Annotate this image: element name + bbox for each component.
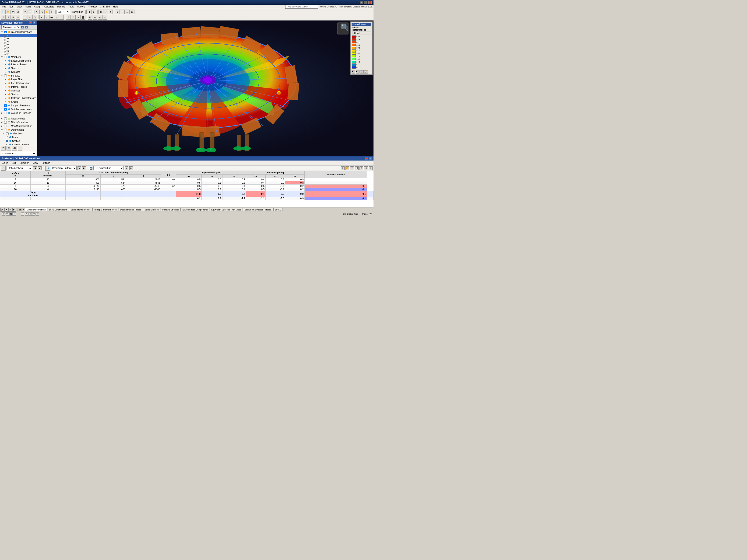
menu-tools[interactable]: Tools — [67, 5, 75, 8]
tb-view-3d[interactable]: 3 — [16, 15, 20, 20]
dt-lc-prev[interactable]: ◀ — [125, 166, 128, 170]
tb-save[interactable]: 💾 — [11, 9, 16, 14]
radio-u-abs[interactable] — [4, 34, 6, 37]
menu-insert[interactable]: Insert — [24, 5, 32, 8]
expand-surfaces[interactable]: ▼ — [1, 75, 4, 77]
legend-btn-2[interactable]: ▶ — [356, 70, 360, 74]
expand-dist-loads[interactable]: ▼ — [1, 108, 4, 110]
legend-btn-3[interactable]: 🔒 — [360, 70, 364, 74]
expand-values-surfaces[interactable]: ▶ — [1, 112, 4, 114]
analysis-type-select[interactable]: Static Analysis — [1, 25, 20, 29]
tb-print[interactable]: 🖨 — [16, 9, 20, 14]
dp-selection[interactable]: Selection — [19, 161, 30, 164]
tb-node-disp[interactable]: ⊕ — [115, 9, 120, 14]
st-icon-4[interactable]: ▽ — [32, 212, 35, 216]
tb-rotate[interactable]: ↻ — [49, 9, 54, 14]
expand-surf-strains[interactable]: ▶ — [5, 93, 7, 96]
dt-export-btn[interactable]: 💾 — [355, 166, 359, 170]
dt-print-btn[interactable]: 🖨 — [360, 166, 363, 170]
nav-icon-4[interactable]: ↕ — [18, 146, 22, 151]
expand-layer-side[interactable]: ▶ — [5, 78, 7, 80]
check-maxmin-info[interactable] — [4, 125, 7, 127]
nav-item-phiz[interactable]: φz — [0, 52, 37, 55]
dp-settings[interactable]: Settings — [41, 161, 51, 164]
expand-isotropic[interactable]: ▶ — [5, 97, 7, 99]
expand-title-info[interactable]: ▶ — [1, 121, 4, 124]
tb-render[interactable]: ▦ — [98, 9, 103, 14]
status-icon-4[interactable]: ↕ — [13, 212, 16, 216]
nav-item-layer-side[interactable]: ▶ 🔶 Layer Side — [0, 77, 37, 81]
table-row-3[interactable]: 1 4 -2143 426 -4746 φz 0.5 0.0 0.1 0.5 -… — [0, 185, 374, 188]
expand-shape[interactable]: ▶ — [5, 101, 7, 103]
nav-item-uz[interactable]: uz — [0, 43, 37, 46]
expand-support-reactions[interactable]: ▼ — [1, 104, 4, 107]
check-surfaces[interactable] — [4, 75, 7, 77]
table-row-4[interactable]: 16 4 2143 426 -4746 0.5 0.1 0.1 0.5 -0.7… — [0, 188, 374, 191]
dt-results-icon[interactable]: 📊 — [45, 166, 50, 170]
tab-principal-internal-forces[interactable]: Principal Internal Forces — [93, 208, 118, 211]
page-first[interactable]: |◀ — [0, 208, 4, 212]
tb-show-loads[interactable]: ↓ — [54, 15, 59, 20]
menu-assign[interactable]: Assign — [33, 5, 43, 8]
navigation-cube[interactable]: Z+ Y + — [336, 22, 350, 35]
tb-zoom[interactable]: 🔍 — [40, 9, 44, 14]
tb-results[interactable]: R — [66, 15, 71, 20]
radio-ux[interactable] — [4, 37, 6, 40]
tab-global-deformations[interactable]: Global Deformations — [25, 208, 47, 211]
tb-zoom-fit[interactable]: ⊡ — [32, 15, 37, 20]
st-icon-2[interactable]: ✎ — [25, 212, 28, 216]
tb-isolines[interactable]: ≡ — [76, 15, 80, 20]
tb-prev-lc[interactable]: ◀ — [86, 9, 91, 14]
expand-surf-stresses[interactable]: ▶ — [5, 89, 7, 92]
load-case-dt-select[interactable]: LC1 Vlastní tíha — [93, 166, 124, 170]
tb-wire[interactable]: ⬡ — [103, 9, 108, 14]
keyword-search[interactable] — [285, 5, 318, 9]
load-case-select[interactable]: G LC1 — [56, 10, 70, 14]
nav-item-shape[interactable]: ▶ 🔶 Shape — [0, 100, 37, 104]
dt-results-next[interactable]: ▶ — [82, 166, 86, 170]
radio-phiz[interactable] — [4, 53, 6, 55]
tab-equiv-von-mises[interactable]: Equivalent Stresses - von Mises — [210, 208, 243, 211]
nav-item-internal-forces[interactable]: ▶ 🔷 Internal Forces — [0, 62, 37, 66]
dt-results-prev[interactable]: ◀ — [77, 166, 81, 170]
radio-def-section[interactable] — [6, 140, 8, 142]
check-members[interactable] — [4, 56, 7, 58]
st-icon-3[interactable]: ⊕ — [28, 212, 32, 216]
nav-icon-3[interactable]: 🎥 — [12, 146, 17, 151]
nav-item-result-values[interactable]: ▶ 📊 Result Values — [0, 117, 37, 121]
tab-elastic-stress[interactable]: Elastic Stress Components — [181, 208, 209, 211]
tb-view-top[interactable]: T — [1, 15, 6, 20]
radio-phix[interactable] — [4, 47, 6, 49]
status-icon-3[interactable]: 🎥 — [9, 212, 12, 216]
dt-help-btn[interactable]: ? — [369, 166, 372, 170]
nav-item-isotropic[interactable]: ▶ 🔶 Isotropic Characteristics — [0, 96, 37, 100]
nav-item-strains[interactable]: ▶ 🔷 Strains — [0, 66, 37, 70]
tb-zoom-out[interactable]: − — [28, 15, 32, 20]
expand-strains[interactable]: ▶ — [5, 67, 7, 69]
analysis-select[interactable]: Static Analysis — [6, 166, 32, 170]
tab-basic-internal-forces[interactable]: Basic Internal Forces — [69, 208, 92, 211]
radio-uz[interactable] — [4, 44, 6, 46]
expand-surf-int-forces[interactable]: ▶ — [5, 86, 7, 88]
radio-def-lines[interactable] — [6, 136, 8, 138]
menu-help[interactable]: Help — [112, 5, 120, 8]
legend-btn-4[interactable]: 📋 — [364, 70, 368, 74]
status-icon-2[interactable]: 👁 — [6, 212, 9, 216]
nav-item-global-deformations[interactable]: ▼ 🔶 Global Deformations — [0, 30, 37, 34]
expand-def-section-colored[interactable]: ▶ — [6, 143, 8, 145]
status-icon-1[interactable]: 🖼 — [2, 212, 5, 216]
expand-maxmin-info[interactable]: ▶ — [1, 125, 4, 127]
nav-item-members[interactable]: ▼ 🔷 Members — [0, 55, 37, 59]
nav-item-u-abs[interactable]: |u| — [0, 34, 37, 37]
menu-window[interactable]: Window — [87, 5, 98, 8]
menu-cad-bim[interactable]: CAD-BIM — [99, 5, 111, 8]
tb-show-lines[interactable]: ╱ — [44, 15, 49, 20]
close-button[interactable]: × — [368, 1, 371, 4]
tb-new[interactable]: 📄 — [1, 9, 6, 14]
nav-item-maxmin-info[interactable]: ▶ 📋 Max/Min Information — [0, 124, 37, 128]
nav-item-def-lines[interactable]: 🔷 Lines — [0, 135, 37, 139]
nav-item-deformation[interactable]: ▼ 🔶 Deformation — [0, 128, 37, 132]
nav-item-phix[interactable]: φx — [0, 46, 37, 49]
expand-global-deformations[interactable]: ▼ — [1, 31, 4, 33]
page-prev[interactable]: ◀ — [4, 208, 8, 212]
